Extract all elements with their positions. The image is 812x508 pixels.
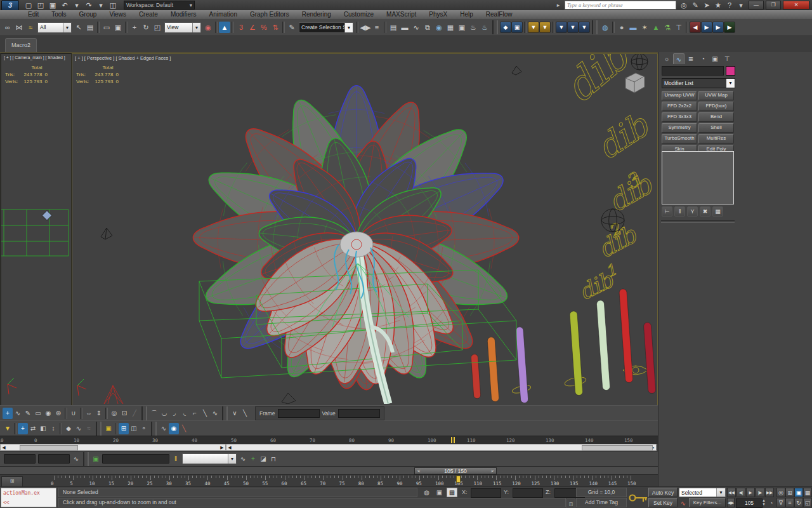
y-coordinate-field[interactable] [513,488,543,498]
curve-editor-icon[interactable]: ∿ [410,22,422,33]
selection-lock-icon[interactable]: ▣ [434,488,445,497]
scale-keys-icon[interactable]: ◧ [38,423,48,434]
cloth-modifier-icon[interactable]: ▲ [650,22,662,33]
window-crossing-icon[interactable]: ▣ [112,22,124,33]
tangent-fast-icon[interactable]: ◞ [169,408,180,419]
zoom-horiz-extents-icon[interactable]: ⇔ [84,408,94,419]
simplify-curves-icon[interactable]: ≈ [84,423,94,434]
previous-frame-arrow[interactable]: < [415,468,422,474]
snap-frames-icon[interactable]: ⊞ [119,423,129,434]
selection-set-dropdown[interactable]: Create Selection Se▼ [299,22,353,33]
pin-stack-icon[interactable]: ⊢ [662,206,672,217]
menu-animation[interactable]: Animation [202,10,243,19]
preview-monitor-icon[interactable]: ▶ [724,22,735,33]
move-keys-icon[interactable]: + [3,408,13,419]
key-filters-button[interactable]: Key Filters... [689,498,726,507]
key-mode-toggle-icon[interactable]: ◀▶ [727,498,735,507]
hierarchy-tab[interactable]: ≣ [685,53,697,64]
filter-keys-icon[interactable]: ▼ [3,423,13,434]
add-layer-icon[interactable]: + [248,453,258,465]
maximize-viewport-icon[interactable]: ◱ [803,498,812,507]
region-keys-icon[interactable]: ▭ [33,408,43,419]
menu-edit[interactable]: Edit [22,10,45,19]
interpolation-42-icon[interactable]: ∿ [71,453,81,465]
modifier-button-ffd-3x3x3[interactable]: FFD 3x3x3 [662,112,697,122]
menu-customize[interactable]: Customize [337,10,380,19]
next-frame-icon[interactable]: |▶ [756,488,764,497]
redo-dropdown-icon[interactable]: ▾ [95,0,107,11]
angle-snap-icon[interactable]: ∠ [247,22,258,33]
show-end-result-icon[interactable]: ‖ [674,206,685,217]
plugin-mentalray-icon[interactable]: ▣ [511,22,523,33]
bind-to-spacewarp-icon[interactable]: ≈ [25,22,36,33]
field-of-view-icon[interactable]: ∇ [776,498,785,507]
selection-filter-dropdown[interactable]: All▼ [37,22,72,33]
modifier-stack-list[interactable] [662,151,734,204]
trackbar-current-frame-marker[interactable] [456,476,461,483]
time-tag-icon[interactable]: ◫ [566,498,575,508]
time-slider-thumb[interactable]: < 105 / 150 > [414,467,497,474]
maxscript-mini-listener[interactable]: actionMan.ex << [1,488,56,507]
new-file-icon[interactable]: ▢ [23,0,34,11]
tangent-slow-icon[interactable]: ◟ [180,408,190,419]
package-red-icon[interactable]: ◀ [690,22,701,33]
current-frame-field[interactable]: 105 [736,498,763,508]
menu-maxscript[interactable]: MAXScript [380,10,422,19]
minimize-button[interactable]: — [749,1,764,10]
character-tools-icon[interactable]: ✶ [639,22,650,33]
save-file-icon[interactable]: ▣ [47,0,58,11]
rotate-tool-icon[interactable]: ◉ [43,408,53,419]
slide-keys-icon[interactable]: ⇄ [28,423,38,434]
viewport-camera[interactable]: [ + ] [ Camera_main ] [ Shaded ] Total T… [1,53,72,406]
menu-rendering[interactable]: Rendering [296,10,337,19]
show-tangents-icon[interactable]: ∿ [159,423,169,434]
rendered-frame-icon[interactable]: ▣ [456,22,468,33]
align-icon[interactable]: ≡ [371,22,383,33]
zoom-extents-icon[interactable]: ▣ [794,488,803,497]
open-mini-curve-editor-button[interactable]: ⊞ [1,476,23,487]
search-key-icon[interactable]: ✎ [690,0,701,11]
plugin-iray-icon[interactable]: ◆ [500,22,511,33]
search-input[interactable]: Type a keyword or phrase [565,1,676,10]
motion-tab[interactable]: ◔ [697,53,709,64]
zoom-value-extents-icon[interactable]: ⇕ [94,408,104,419]
scrollbar-thumb[interactable] [20,445,78,451]
capsule-primitive-icon[interactable]: ▬ [627,22,639,33]
scrollbar-thumb[interactable] [582,445,653,451]
project-folder-icon[interactable]: ◫ [107,0,119,11]
modifier-list-dropdown[interactable]: Modifier List ▼ [662,78,735,88]
hammer-utilities-icon[interactable]: ⊤ [673,22,684,33]
layer-manager-icon[interactable]: ▤ [388,22,399,33]
redo-icon[interactable]: ↷ [83,0,95,11]
previous-frame-icon[interactable]: ◀| [737,488,745,497]
remove-modifier-icon[interactable]: ✖ [700,206,710,217]
modifier-button-symmetry[interactable]: Symmetry [662,123,697,133]
modify-tab[interactable]: ∿ [673,53,684,64]
show-keyable-icon[interactable]: ✎ [23,408,33,419]
show-keys-icon[interactable]: ⚬ [139,423,149,434]
scrollbar-segment[interactable]: ◀▶ [0,444,226,451]
isolate-selection-icon[interactable]: ◍ [421,488,432,497]
layer-properties-icon[interactable]: ∿ [238,453,248,465]
track-bar[interactable]: ⊞ 05101520253035404550556065707580859095… [0,474,658,487]
modifier-button-shell[interactable]: Shell [698,123,734,133]
configure-modifier-sets-icon[interactable]: ▦ [712,206,723,217]
menu-views[interactable]: Views [103,10,133,19]
menu-graph-editors[interactable]: Graph Editors [244,10,296,19]
percent-snap-icon[interactable]: % [258,22,270,33]
key-frame-field[interactable] [278,409,320,418]
viewport-perspective[interactable]: dibdibdibdibdib321 [ + ] [ Perspective ]… [72,53,658,406]
zoom-extents-all-icon[interactable]: ▦ [803,488,812,497]
transform-type-in-icon[interactable]: ▦ [447,488,457,497]
favorites-star-icon[interactable]: ★ [712,0,724,11]
menu-realflow[interactable]: RealFlow [480,10,519,19]
modifier-button-turbosmooth[interactable]: TurboSmooth [662,134,697,144]
trackview-time-ruler[interactable]: -100102030405060708090100110120130140150 [0,436,658,444]
toggle-ribbon-icon[interactable]: ▬ [399,22,410,33]
draw-curves-icon[interactable]: ∿ [13,408,23,419]
key-filter-curve-icon[interactable]: ∿ [679,498,688,508]
mirror-icon[interactable]: ◀▶ [360,22,371,33]
render-setup-icon[interactable]: ▦ [445,22,456,33]
object-color-swatch[interactable] [726,66,735,76]
menu-physx[interactable]: PhysX [422,10,454,19]
